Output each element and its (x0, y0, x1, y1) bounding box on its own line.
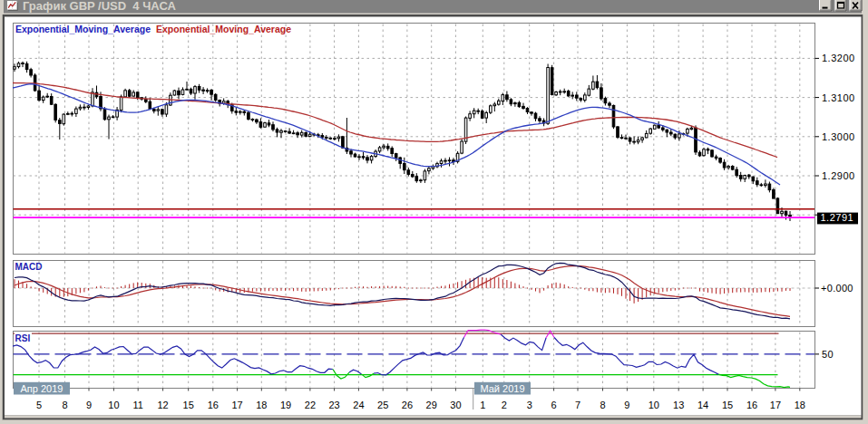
svg-text:16: 16 (746, 400, 757, 410)
svg-text:14: 14 (697, 400, 708, 410)
svg-text:MACD: MACD (15, 262, 43, 272)
svg-text:13: 13 (673, 400, 684, 410)
svg-text:3: 3 (527, 400, 532, 410)
svg-text:1.2791: 1.2791 (821, 212, 854, 223)
svg-text:1.3100: 1.3100 (822, 92, 855, 103)
svg-text:Exponential_Moving_Average: Exponential_Moving_Average (156, 24, 291, 34)
svg-text:30: 30 (450, 400, 461, 410)
svg-text:1.3200: 1.3200 (822, 53, 855, 63)
svg-text:11: 11 (132, 400, 142, 410)
svg-text:1.2900: 1.2900 (822, 170, 855, 181)
svg-text:18: 18 (256, 400, 267, 410)
svg-text:12: 12 (157, 400, 168, 410)
svg-text:17: 17 (231, 400, 242, 410)
svg-text:8: 8 (62, 400, 67, 410)
svg-text:22: 22 (305, 400, 316, 410)
svg-text:2: 2 (502, 400, 507, 410)
svg-text:6: 6 (551, 400, 557, 410)
svg-text:29: 29 (426, 400, 437, 410)
svg-text:Май 2019: Май 2019 (480, 383, 524, 394)
svg-text:25: 25 (377, 400, 388, 410)
svg-text:Exponential_Moving_Average: Exponential_Moving_Average (15, 24, 151, 34)
svg-text:10: 10 (649, 400, 659, 410)
svg-text:18: 18 (795, 400, 805, 410)
svg-text:26: 26 (402, 400, 413, 410)
svg-text:5: 5 (36, 400, 42, 410)
svg-text:+0.000: +0.000 (821, 283, 853, 294)
svg-text:23: 23 (328, 400, 339, 410)
svg-text:50: 50 (822, 349, 834, 360)
svg-text:15: 15 (183, 400, 194, 410)
svg-text:24: 24 (353, 400, 364, 410)
svg-text:9: 9 (624, 400, 629, 410)
svg-text:RSI: RSI (15, 333, 31, 343)
svg-text:15: 15 (722, 400, 733, 410)
svg-text:19: 19 (280, 400, 291, 410)
svg-text:10: 10 (108, 400, 119, 410)
svg-text:График GBP /USD 4 ЧАСА: График GBP /USD 4 ЧАСА (23, 0, 176, 13)
svg-text:16: 16 (208, 400, 219, 410)
svg-text:8: 8 (600, 400, 605, 410)
svg-text:1.3000: 1.3000 (822, 131, 855, 142)
svg-text:17: 17 (770, 400, 781, 410)
svg-text:9: 9 (86, 400, 92, 410)
svg-text:1: 1 (480, 400, 485, 410)
svg-text:7: 7 (575, 400, 580, 410)
svg-text:Апр 2019: Апр 2019 (21, 383, 63, 394)
